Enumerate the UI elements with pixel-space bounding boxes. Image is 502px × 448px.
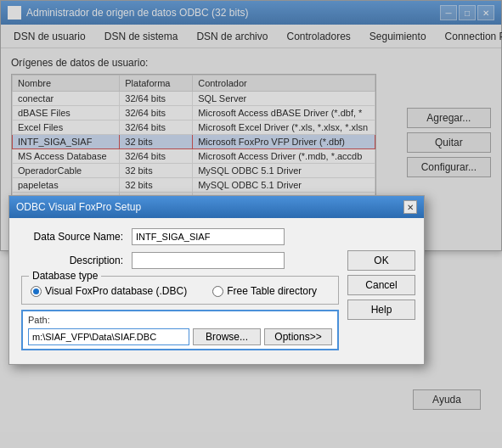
radio-vfp-dbc-circle [31,286,42,297]
radio-vfp-dbc-label: Visual FoxPro database (.DBC) [45,285,187,297]
description-input[interactable] [132,252,285,269]
path-box: Path: Browse... Options>> [21,310,339,350]
dialog-overlay: ODBC Visual FoxPro Setup ✕ OK Cancel Hel… [0,0,502,448]
radio-free-table-label: Free Table directory [227,285,317,297]
browse-button[interactable]: Browse... [193,328,261,345]
radio-free-table-circle [212,286,223,297]
path-input[interactable] [28,328,189,345]
dialog-right-buttons: OK Cancel Help [347,250,415,320]
options-button[interactable]: Options>> [264,328,332,345]
database-type-group: Database type Visual FoxPro database (.D… [21,276,339,305]
database-type-label: Database type [29,270,101,282]
data-source-name-row: Data Source Name: [21,228,339,245]
odbc-dialog: ODBC Visual FoxPro Setup ✕ OK Cancel Hel… [8,195,425,365]
radio-group: Visual FoxPro database (.DBC) Free Table… [31,282,330,297]
dialog-title: ODBC Visual FoxPro Setup [16,201,141,213]
description-row: Description: [21,252,339,269]
data-source-name-input[interactable] [132,228,285,245]
radio-free-table[interactable]: Free Table directory [212,285,317,297]
ok-button[interactable]: OK [347,250,415,271]
data-source-name-label: Data Source Name: [21,231,132,243]
path-label: Path: [28,315,332,325]
description-label: Description: [21,255,132,266]
cancel-button[interactable]: Cancel [347,275,415,295]
help-button[interactable]: Help [347,300,415,320]
dialog-content: OK Cancel Help Data Source Name: Descrip… [9,218,424,364]
dialog-title-bar: ODBC Visual FoxPro Setup ✕ [9,196,424,218]
path-row: Browse... Options>> [28,328,332,345]
dialog-close-button[interactable]: ✕ [403,200,417,214]
radio-vfp-dbc[interactable]: Visual FoxPro database (.DBC) [31,285,187,297]
